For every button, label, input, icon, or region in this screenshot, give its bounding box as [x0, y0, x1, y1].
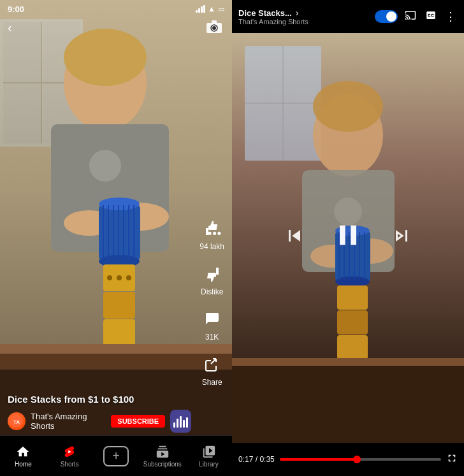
library-icon: [202, 445, 216, 459]
like-count: 94 lakh: [199, 242, 224, 251]
svg-point-10: [89, 150, 121, 182]
nav-subscriptions-label: Subscriptions: [143, 461, 182, 468]
cast-button[interactable]: [403, 8, 418, 25]
svg-rect-25: [103, 319, 135, 346]
skip-forward-button[interactable]: [390, 224, 413, 252]
svg-rect-30: [0, 344, 232, 354]
video-content-area[interactable]: [232, 33, 464, 443]
progress-fill: [280, 458, 358, 461]
dislike-icon: [201, 263, 224, 285]
share-label: Share: [202, 378, 222, 387]
subscribe-button[interactable]: SUBSCRIBE: [111, 415, 165, 428]
more-options-button[interactable]: ⋮: [444, 8, 458, 25]
back-button[interactable]: ‹: [8, 20, 12, 35]
shorts-icon: [62, 445, 76, 459]
video-info-overlay: Dice Stacks from $1 to $100 TA That's Am…: [8, 394, 194, 433]
signal-bars-icon: [196, 5, 205, 13]
dislike-button[interactable]: Dislike: [201, 263, 224, 296]
video-title: Dice Stacks from $1 to $100: [8, 394, 194, 405]
share-button[interactable]: Share: [201, 353, 224, 387]
share-icon: [201, 353, 224, 376]
nav-home-label: Home: [15, 461, 32, 468]
svg-point-27: [126, 275, 131, 280]
player-bottom-bar: 0:17 / 0:35: [232, 443, 464, 476]
svg-text:TA: TA: [13, 419, 20, 425]
subscriptions-icon: [156, 445, 170, 459]
svg-point-28: [117, 275, 122, 280]
right-video-player: Dice Stacks... › That's Amazing Shorts ⋮: [232, 0, 464, 476]
comment-count: 31K: [205, 333, 219, 342]
pause-button[interactable]: [331, 219, 365, 258]
autoplay-toggle[interactable]: [375, 10, 398, 23]
svg-rect-62: [232, 358, 464, 366]
progress-thumb: [353, 456, 361, 463]
like-button[interactable]: 94 lakh: [199, 217, 224, 251]
comment-icon: [201, 308, 224, 331]
svg-point-26: [107, 275, 112, 280]
captions-button[interactable]: [423, 8, 439, 25]
svg-rect-58: [337, 285, 368, 310]
fullscreen-button[interactable]: [446, 452, 458, 466]
player-header: Dice Stacks... › That's Amazing Shorts ⋮: [232, 0, 464, 33]
playback-controls: [283, 219, 413, 258]
svg-point-34: [212, 26, 216, 30]
player-top-controls: ⋮: [375, 8, 458, 25]
svg-point-44: [313, 81, 383, 132]
player-subtitle: That's Amazing Shorts: [238, 18, 371, 25]
nav-add[interactable]: +: [93, 446, 140, 466]
svg-rect-24: [103, 292, 135, 319]
status-bar: 9:00 ▲ ▭: [0, 0, 232, 18]
music-button[interactable]: [170, 410, 191, 433]
battery-icon: ▭: [218, 5, 224, 13]
dislike-label: Dislike: [201, 287, 223, 296]
channel-avatar: TA: [8, 412, 25, 430]
nav-home[interactable]: Home: [0, 445, 47, 468]
player-title: Dice Stacks...: [238, 8, 292, 18]
skip-back-button[interactable]: [283, 224, 306, 252]
comment-button[interactable]: 31K: [201, 308, 224, 342]
player-title-area: Dice Stacks... › That's Amazing Shorts: [238, 8, 371, 25]
like-icon: [201, 217, 224, 240]
add-icon: +: [103, 446, 129, 466]
action-buttons-panel: 94 lakh Dislike 31K: [199, 217, 224, 387]
current-time: 0:17 / 0:35: [238, 455, 275, 464]
home-icon: [16, 445, 30, 459]
channel-name: That's Amazing Shorts: [31, 412, 106, 431]
svg-rect-63: [232, 366, 464, 443]
nav-library-label: Library: [199, 461, 219, 468]
nav-subscriptions[interactable]: Subscriptions: [139, 445, 185, 468]
status-icons: ▲ ▭: [196, 4, 224, 13]
music-bars-icon: [173, 415, 188, 428]
status-time: 9:00: [8, 4, 24, 14]
svg-rect-35: [212, 20, 217, 24]
svg-rect-60: [337, 335, 368, 359]
progress-bar[interactable]: [280, 458, 441, 461]
left-shorts-panel: 9:00 ▲ ▭ ‹ •••: [0, 0, 232, 476]
bottom-navigation: Home Shorts + Subscriptions Library: [0, 435, 232, 476]
nav-library[interactable]: Library: [185, 445, 232, 468]
nav-shorts-label: Shorts: [61, 461, 79, 468]
toggle-knob: [386, 11, 396, 22]
player-title-chevron: ›: [296, 8, 299, 18]
camera-button[interactable]: [207, 20, 222, 37]
nav-shorts[interactable]: Shorts: [47, 445, 93, 468]
channel-row: TA That's Amazing Shorts SUBSCRIBE: [8, 410, 194, 433]
wifi-icon: ▲: [208, 4, 215, 13]
svg-point-8: [64, 29, 147, 86]
svg-rect-59: [337, 310, 368, 335]
